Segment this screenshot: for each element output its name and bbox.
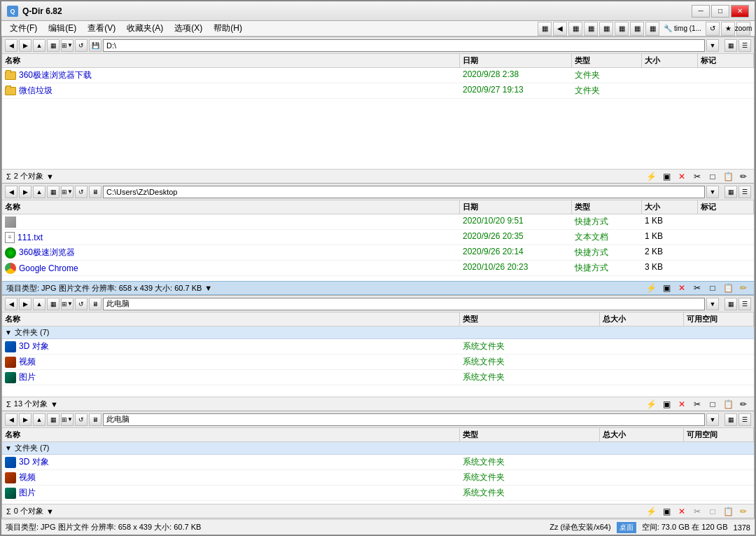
table-row[interactable]: 3D 对象 系统文件夹 — [2, 455, 754, 470]
pane3-status-cut[interactable]: ✂ — [691, 398, 704, 411]
pane3-status-edit[interactable]: ✏ — [737, 398, 750, 411]
pane3-col-free[interactable]: 可用空间 — [684, 312, 754, 326]
pane3-status-delete[interactable]: ✕ — [676, 398, 688, 411]
pane4-grid-btn[interactable]: ⊞▼ — [61, 413, 74, 426]
pane3-refresh-btn[interactable]: ↺ — [75, 298, 88, 310]
table-row[interactable]: 视频 系统文件夹 — [2, 470, 754, 486]
pane1-status-cut[interactable]: ✂ — [691, 170, 704, 183]
pane2-fwd-btn[interactable]: ▶ — [19, 186, 31, 198]
toolbar-btn4[interactable]: ▦ — [599, 22, 613, 36]
table-row[interactable]: Google Chrome 2020/10/26 20:23 快捷方式 3 KB — [2, 261, 754, 276]
pane4-fwd-btn[interactable]: ▶ — [19, 413, 31, 426]
toolbar-refresh-btn[interactable]: ↺ — [706, 22, 720, 36]
pane1-status-view[interactable]: ▣ — [660, 170, 673, 183]
menu-help[interactable]: 帮助(H) — [209, 22, 246, 35]
pane4-col-total[interactable]: 总大小 — [600, 428, 684, 441]
pane1-refresh-btn[interactable]: ↺ — [75, 39, 88, 52]
pane3-status-copy[interactable]: □ — [706, 398, 719, 411]
table-row[interactable]: 2020/10/20 9:51 快捷方式 1 KB — [2, 214, 754, 230]
pane1-status-copy[interactable]: □ — [706, 170, 719, 183]
table-row[interactable]: 图片 系统文件夹 — [2, 486, 754, 501]
pane1-fwd-btn[interactable]: ▶ — [19, 39, 31, 52]
menu-favorites[interactable]: 收藏夹(A) — [122, 22, 167, 35]
pane1-status-lightning[interactable]: ⚡ — [645, 170, 657, 183]
pane3-fwd-btn[interactable]: ▶ — [19, 298, 31, 310]
pane4-status-paste[interactable]: 📋 — [722, 505, 734, 518]
toolbar-btn3[interactable]: ▦ — [584, 22, 598, 36]
pane3-back-btn[interactable]: ◀ — [5, 298, 18, 310]
pane2-status-view[interactable]: ▣ — [660, 282, 673, 294]
table-row[interactable]: 360极速浏览器下载 2020/9/28 2:38 文件夹 — [2, 68, 754, 83]
pane4-back-btn[interactable]: ◀ — [5, 413, 18, 426]
toolbar-btn7[interactable]: ▦ — [645, 22, 659, 36]
pane1-view1[interactable]: ▦ — [724, 39, 737, 52]
pane2-status-edit[interactable]: ✏ — [737, 282, 750, 294]
pane3-scroll[interactable]: 3D 对象 系统文件夹 视频 系统文件夹 — [2, 339, 754, 397]
pane1-view2[interactable]: ☰ — [738, 39, 751, 52]
pane1-grid-btn[interactable]: ⊞▼ — [61, 39, 74, 52]
pane1-recent-btn[interactable]: ▦ — [47, 39, 59, 52]
pane4-refresh-btn[interactable]: ↺ — [75, 413, 88, 426]
pane3-dropdown-arrow[interactable]: ▼ — [50, 400, 58, 408]
pane2-col-size[interactable]: 大小 — [642, 200, 698, 214]
menu-view[interactable]: 查看(V) — [83, 22, 120, 35]
pane1-col-tag[interactable]: 标记 — [698, 54, 754, 67]
pane4-col-free[interactable]: 可用空间 — [684, 428, 754, 441]
toolbar-btn1[interactable]: ◀ — [553, 22, 567, 36]
pane2-view2[interactable]: ☰ — [738, 186, 751, 198]
toolbar-zoom-btn[interactable]: zoom — [736, 22, 750, 36]
table-row[interactable]: 视频 系统文件夹 — [2, 355, 754, 370]
toolbar-btn5[interactable]: ▦ — [615, 22, 629, 36]
maximize-button[interactable]: □ — [711, 5, 729, 18]
pane2-recent-btn[interactable]: ▦ — [47, 186, 59, 198]
menu-edit[interactable]: 编辑(E) — [44, 22, 80, 35]
pane2-col-tag[interactable]: 标记 — [698, 200, 754, 214]
pane3-view1[interactable]: ▦ — [724, 298, 737, 310]
pane4-col-type[interactable]: 类型 — [460, 428, 600, 441]
pane4-view2[interactable]: ☰ — [738, 413, 751, 426]
menu-file[interactable]: 文件(F) — [6, 22, 41, 35]
table-row[interactable]: 111.txt 2020/9/26 20:35 文本文档 1 KB — [2, 230, 754, 245]
pane2-view1[interactable]: ▦ — [724, 186, 737, 198]
pane1-col-date[interactable]: 日期 — [460, 54, 572, 67]
pane3-col-type[interactable]: 类型 — [460, 312, 600, 326]
pane4-status-copy[interactable]: □ — [706, 505, 719, 518]
pane4-address[interactable]: 此电脑 — [103, 413, 705, 426]
close-button[interactable]: ✕ — [731, 5, 749, 18]
pane4-status-cut[interactable]: ✂ — [691, 505, 704, 518]
pane3-col-name[interactable]: 名称 — [2, 312, 460, 326]
table-row[interactable]: 图片 系统文件夹 — [2, 370, 754, 385]
pane2-status-delete[interactable]: ✕ — [676, 282, 688, 294]
pane4-scroll[interactable]: 3D 对象 系统文件夹 视频 系统文件夹 — [2, 455, 754, 504]
pane2-info-dropdown[interactable]: ▼ — [204, 284, 212, 292]
pane1-dropdown-arrow[interactable]: ▼ — [46, 172, 54, 181]
pane1-address[interactable]: D:\ — [103, 39, 705, 52]
pane4-status-view[interactable]: ▣ — [660, 505, 673, 518]
pane2-status-copy[interactable]: □ — [706, 282, 719, 294]
pane3-address[interactable]: 此电脑 — [103, 298, 705, 310]
table-row[interactable]: 360极速浏览器 2020/9/26 20:14 快捷方式 2 KB — [2, 245, 754, 261]
pane3-status-view[interactable]: ▣ — [660, 398, 673, 411]
pane2-up-btn[interactable]: ▲ — [33, 186, 46, 198]
pane3-status-paste[interactable]: 📋 — [722, 398, 734, 411]
pane1-col-type[interactable]: 类型 — [572, 54, 642, 67]
toolbar-btn6[interactable]: ▦ — [630, 22, 644, 36]
pane2-status-lightning[interactable]: ⚡ — [645, 282, 657, 294]
pane1-addr-dropdown[interactable]: ▼ — [706, 39, 719, 52]
pane1-status-delete[interactable]: ✕ — [676, 170, 688, 183]
table-row[interactable]: 3D 对象 系统文件夹 — [2, 339, 754, 355]
minimize-button[interactable]: ─ — [692, 5, 710, 18]
pane3-col-total[interactable]: 总大小 — [600, 312, 684, 326]
pane2-back-btn[interactable]: ◀ — [5, 186, 18, 198]
pane3-expand-btn[interactable]: ▼ — [5, 329, 12, 336]
pane4-status-delete[interactable]: ✕ — [676, 505, 688, 518]
pane2-status-cut[interactable]: ✂ — [691, 282, 704, 294]
pane4-status-edit[interactable]: ✏ — [737, 505, 750, 518]
pane2-col-date[interactable]: 日期 — [460, 200, 572, 214]
pane1-col-size[interactable]: 大小 — [642, 54, 698, 67]
pane4-dropdown-arrow[interactable]: ▼ — [46, 507, 54, 516]
pane4-col-name[interactable]: 名称 — [2, 428, 460, 441]
pane3-grid-btn[interactable]: ⊞▼ — [61, 298, 74, 310]
pane2-status-paste[interactable]: 📋 — [722, 282, 734, 294]
pane2-scroll[interactable]: 2020/10/20 9:51 快捷方式 1 KB 111.txt 2020/9… — [2, 214, 754, 281]
